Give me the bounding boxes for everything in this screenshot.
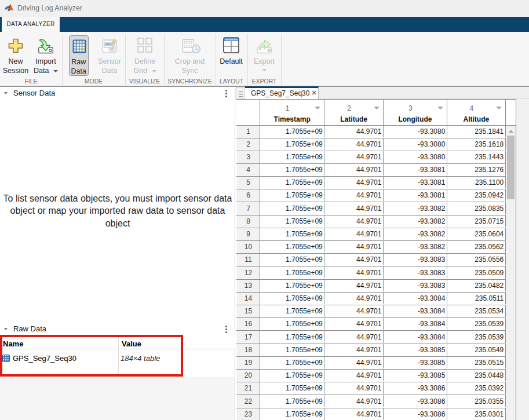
svg-text:100: 100 [105,42,110,46]
